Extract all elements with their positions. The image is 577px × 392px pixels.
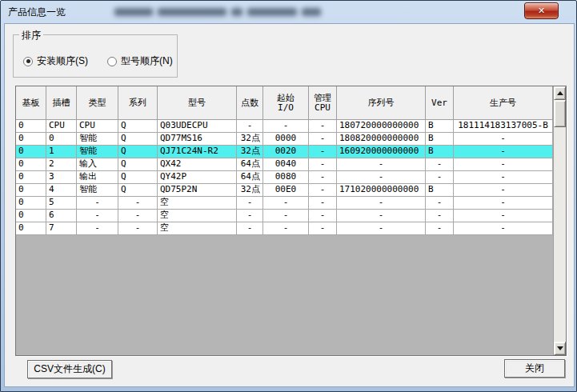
- titlebar[interactable]: 产品信息一览 ✕: [1, 1, 576, 23]
- column-header-type: 类型: [77, 86, 118, 120]
- cell-ver: B: [426, 146, 454, 158]
- cell-start-io: 0000: [263, 133, 309, 146]
- cell-start-io: -: [263, 210, 309, 222]
- close-button[interactable]: 关闭: [504, 359, 565, 378]
- column-header-points: 点数: [237, 86, 263, 120]
- cell-start-io: 0020: [263, 146, 309, 158]
- cell-manage-cpu: -: [309, 133, 337, 146]
- table-row[interactable]: 0CPUCPUQQ03UDECPU---180720000000000B1811…: [16, 120, 553, 133]
- cell-product-no: 181114183137005-B: [454, 120, 553, 133]
- cell-type: 输入: [77, 158, 118, 171]
- table-row[interactable]: 05--空------: [16, 197, 553, 210]
- cell-slot: CPU: [46, 120, 77, 133]
- csv-generate-button[interactable]: CSV文件生成(C): [27, 360, 112, 378]
- cell-model: QX42: [158, 158, 237, 171]
- table-row[interactable]: 03输出QQY42P64点0080----: [16, 171, 553, 184]
- cell-points: 64点: [237, 171, 263, 184]
- cell-series: Q: [118, 133, 158, 146]
- cell-serial-no: 180820000000000: [337, 133, 426, 146]
- sort-groupbox: 排序 安装顺序(S) 型号顺序(N): [13, 34, 178, 78]
- cell-model: QY42P: [158, 171, 237, 184]
- cell-manage-cpu: -: [309, 146, 337, 158]
- cell-slot: 1: [46, 146, 77, 158]
- cell-series: Q: [118, 158, 158, 171]
- column-header-serial-no: 序列号: [337, 86, 426, 120]
- cell-start-io: -: [263, 120, 309, 133]
- table-vertical-scrollbar[interactable]: [553, 86, 566, 355]
- scrollbar-down-button[interactable]: [554, 342, 566, 355]
- cell-product-no: -: [454, 158, 553, 171]
- cell-manage-cpu: -: [309, 158, 337, 171]
- cell-base: 0: [16, 146, 46, 158]
- cell-model: 空: [158, 210, 237, 222]
- cell-points: 32点: [237, 133, 263, 146]
- table-row[interactable]: 04智能QQD75P2N32点00E0-171020000000000B-: [16, 184, 553, 197]
- close-icon: ✕: [538, 6, 545, 15]
- cell-product-no: -: [454, 210, 553, 222]
- cell-product-no: -: [454, 222, 553, 235]
- cell-serial-no: 160920000000000: [337, 146, 426, 158]
- cell-product-no: -: [454, 171, 553, 184]
- cell-base: 0: [16, 133, 46, 146]
- cell-points: 64点: [237, 158, 263, 171]
- cell-manage-cpu: -: [309, 197, 337, 210]
- cell-start-io: 0040: [263, 158, 309, 171]
- window-close-button[interactable]: ✕: [524, 2, 559, 19]
- cell-points: -: [237, 120, 263, 133]
- column-header-series: 系列: [118, 86, 158, 120]
- cell-base: 0: [16, 210, 46, 222]
- cell-slot: 0: [46, 133, 77, 146]
- cell-type: -: [77, 210, 118, 222]
- cell-type: 输出: [77, 171, 118, 184]
- triangle-up-icon: [557, 91, 563, 95]
- cell-points: 32点: [237, 146, 263, 158]
- cell-product-no: -: [454, 146, 553, 158]
- cell-series: Q: [118, 120, 158, 133]
- table-row[interactable]: 00智能QQD77MS1632点0000-180820000000000B-: [16, 133, 553, 146]
- column-header-ver: Ver: [426, 86, 454, 120]
- cell-model: 空: [158, 197, 237, 210]
- column-header-base: 基板: [16, 86, 46, 120]
- cell-manage-cpu: -: [309, 120, 337, 133]
- table-header-row: 基板插槽类型系列型号点数起始 I/O管理 CPU序列号Ver生产号: [16, 86, 553, 120]
- cell-series: -: [118, 210, 158, 222]
- cell-serial-no: -: [337, 158, 426, 171]
- cell-points: -: [237, 222, 263, 235]
- cell-model: Q03UDECPU: [158, 120, 237, 133]
- cell-type: -: [77, 197, 118, 210]
- cell-manage-cpu: -: [309, 222, 337, 235]
- cell-model: QJ71C24N-R2: [158, 146, 237, 158]
- table-body: 基板插槽类型系列型号点数起始 I/O管理 CPU序列号Ver生产号 0CPUCP…: [16, 86, 553, 355]
- cell-type: 智能: [77, 133, 118, 146]
- cell-ver: B: [426, 120, 454, 133]
- cell-ver: -: [426, 210, 454, 222]
- cell-model: 空: [158, 222, 237, 235]
- cell-type: 智能: [77, 184, 118, 197]
- cell-points: -: [237, 210, 263, 222]
- table-row[interactable]: 01智能QQJ71C24N-R232点0020-160920000000000B…: [16, 146, 553, 158]
- scrollbar-thumb[interactable]: [554, 100, 566, 127]
- table-row[interactable]: 07--空------: [16, 222, 553, 235]
- cell-ver: B: [426, 133, 454, 146]
- radio-unselected-icon: [107, 57, 117, 66]
- cell-slot: 3: [46, 171, 77, 184]
- cell-ver: -: [426, 158, 454, 171]
- cell-serial-no: 180720000000000: [337, 120, 426, 133]
- cell-manage-cpu: -: [309, 210, 337, 222]
- cell-start-io: -: [263, 197, 309, 210]
- cell-serial-no: -: [337, 197, 426, 210]
- radio-model-order[interactable]: 型号顺序(N): [107, 54, 173, 68]
- cell-base: 0: [16, 158, 46, 171]
- cell-start-io: 0080: [263, 171, 309, 184]
- cell-base: 0: [16, 120, 46, 133]
- cell-ver: B: [426, 184, 454, 197]
- table-row[interactable]: 02输入QQX4264点0040----: [16, 158, 553, 171]
- cell-manage-cpu: -: [309, 184, 337, 197]
- table-row[interactable]: 06--空------: [16, 210, 553, 222]
- scrollbar-up-button[interactable]: [554, 86, 566, 100]
- radio-install-order[interactable]: 安装顺序(S): [23, 54, 88, 68]
- cell-series: Q: [118, 184, 158, 197]
- cell-slot: 7: [46, 222, 77, 235]
- window-title: 产品信息一览: [8, 6, 66, 19]
- close-button-label: 关闭: [525, 362, 544, 375]
